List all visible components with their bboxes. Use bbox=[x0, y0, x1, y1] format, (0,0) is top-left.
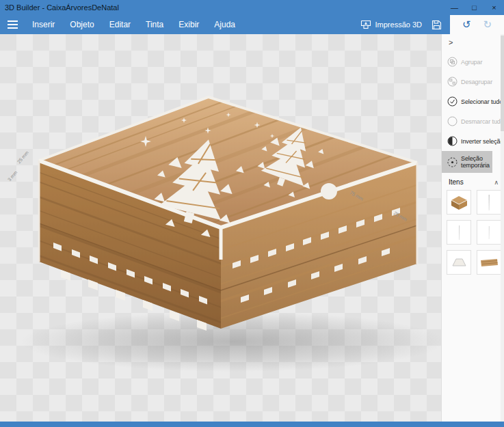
menubar: Inserir Objeto Editar Tinta Exibir Ajuda… bbox=[0, 15, 504, 34]
action-label: Desagrupar bbox=[461, 79, 492, 85]
sliver-thumb-image bbox=[479, 222, 499, 243]
action-inverter-selecao[interactable]: Inverter seleção bbox=[442, 131, 504, 151]
menu-item-exibir[interactable]: Exibir bbox=[171, 15, 207, 34]
ungroup-icon bbox=[447, 77, 457, 87]
redo-button[interactable]: ↻ bbox=[483, 18, 492, 31]
save-button[interactable] bbox=[432, 20, 442, 30]
action-desagrupar: Desagrupar bbox=[442, 72, 504, 92]
action-label: Desmarcar tudo bbox=[461, 118, 504, 125]
deselect-all-icon bbox=[447, 116, 457, 126]
temporary-selection-icon bbox=[447, 157, 457, 167]
item-thumbnail-trapezoid[interactable] bbox=[447, 250, 471, 275]
maximize-button[interactable]: □ bbox=[464, 0, 484, 15]
panel-scrollbar-thumb[interactable] bbox=[501, 36, 504, 131]
menu-item-editar[interactable]: Editar bbox=[102, 15, 138, 34]
printer-3d-icon bbox=[360, 20, 371, 29]
items-collapse-chevron-icon[interactable]: ∧ bbox=[494, 179, 499, 186]
scene-wooden-box-model[interactable] bbox=[0, 34, 441, 422]
hamburger-menu-icon[interactable] bbox=[0, 15, 25, 34]
sliver-thumb-image bbox=[479, 192, 499, 212]
action-selecionar-tudo[interactable]: Selecionar tudo bbox=[442, 92, 504, 111]
action-selecao-temporaria[interactable]: Seleção temporária bbox=[442, 151, 492, 173]
items-section-header: Itens ∧ bbox=[442, 173, 504, 189]
item-thumbnail-sliver[interactable] bbox=[477, 190, 501, 215]
group-icon bbox=[447, 57, 457, 67]
titlebar[interactable]: 3D Builder - CaixaÁrvoresDeNatal — □ × bbox=[0, 0, 504, 15]
item-thumbnail-plank[interactable] bbox=[477, 250, 501, 275]
panel-scrollbar[interactable] bbox=[501, 34, 504, 422]
plank-thumb-image bbox=[479, 252, 499, 273]
item-thumbnail-sliver[interactable] bbox=[477, 220, 501, 245]
item-thumbnail-sliver[interactable] bbox=[447, 220, 471, 245]
bottom-bar bbox=[0, 422, 504, 427]
action-label: Selecionar tudo bbox=[461, 98, 503, 105]
menu-item-inserir[interactable]: Inserir bbox=[25, 15, 62, 34]
action-desmarcar-tudo: Desmarcar tudo bbox=[442, 111, 504, 131]
selection-panel: > Agrupar Desagrupar Selecionar tudo bbox=[441, 34, 504, 422]
select-all-icon bbox=[447, 96, 457, 107]
box-thumb-image bbox=[449, 192, 469, 212]
print-3d-button[interactable]: Impressão 3D bbox=[360, 20, 422, 29]
action-agrupar: Agrupar bbox=[442, 52, 504, 72]
sliver-thumb-image bbox=[449, 222, 469, 243]
item-thumbnail-box[interactable] bbox=[447, 190, 471, 215]
app-window: 3D Builder - CaixaÁrvoresDeNatal — □ × I… bbox=[0, 0, 504, 427]
minimize-button[interactable]: — bbox=[445, 0, 464, 15]
action-label: Seleção temporária bbox=[461, 155, 492, 169]
window-title: 3D Builder - CaixaÁrvoresDeNatal bbox=[5, 3, 119, 12]
panel-expand-chevron-icon[interactable]: > bbox=[442, 34, 504, 52]
window-controls: — □ × bbox=[445, 0, 504, 15]
action-label: Inverter seleção bbox=[461, 138, 503, 145]
items-grid bbox=[442, 189, 504, 275]
content: 25 mm 3 mm 75 mm 25 mm > Agrupar Desagru… bbox=[0, 34, 504, 422]
print-3d-label: Impressão 3D bbox=[375, 20, 422, 29]
menu-item-tinta[interactable]: Tinta bbox=[138, 15, 171, 34]
action-label: Agrupar bbox=[461, 59, 482, 66]
items-header-label: Itens bbox=[449, 178, 464, 186]
undo-button[interactable]: ↺ bbox=[462, 18, 471, 31]
close-button[interactable]: × bbox=[484, 0, 504, 15]
thumb-notch bbox=[321, 183, 337, 199]
viewport-3d[interactable]: 25 mm 3 mm 75 mm 25 mm bbox=[0, 34, 441, 422]
trapezoid-thumb-image bbox=[449, 252, 469, 273]
menubar-right: Impressão 3D bbox=[360, 20, 450, 30]
undo-redo-area: ↺ ↻ bbox=[450, 15, 504, 34]
invert-selection-icon bbox=[447, 136, 457, 146]
menu-item-ajuda[interactable]: Ajuda bbox=[207, 15, 243, 34]
save-icon bbox=[432, 20, 442, 30]
menu-item-objeto[interactable]: Objeto bbox=[62, 15, 101, 34]
